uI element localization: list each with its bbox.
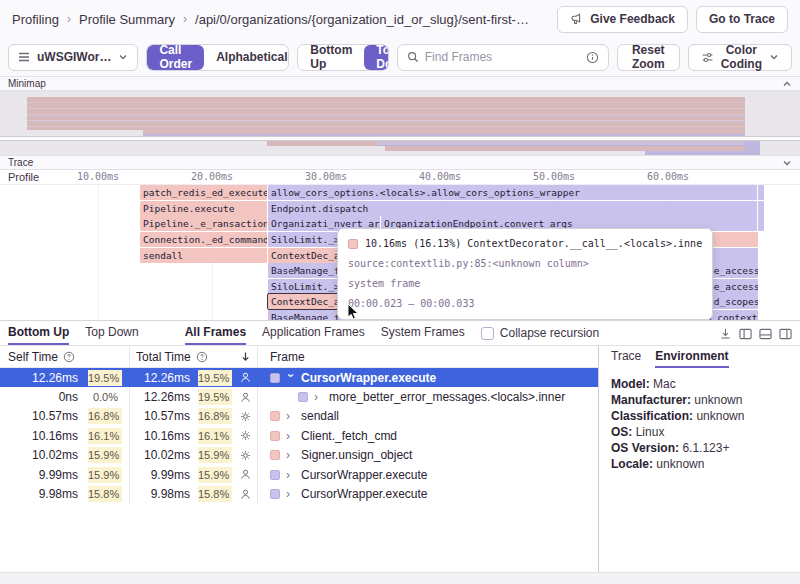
- minimap-line: [27, 121, 745, 122]
- flame-frame[interactable]: [758, 185, 764, 200]
- tooltip-title: 10.16ms (16.13%) ContextDecorator.__call…: [365, 234, 702, 254]
- info-icon: [586, 51, 599, 64]
- search-input[interactable]: [425, 50, 580, 64]
- flame-frame[interactable]: SiloLimit._>.over: [268, 279, 348, 294]
- tab-application-frames[interactable]: Application Frames: [262, 321, 365, 345]
- flame-frame[interactable]: [712, 248, 758, 263]
- tab-environment[interactable]: Environment: [655, 346, 728, 368]
- direction-bottom-up[interactable]: Bottom Up: [298, 45, 364, 70]
- breadcrumb-profile-summary[interactable]: Profile Summary: [79, 12, 175, 27]
- direction-top-down[interactable]: Top Down: [364, 45, 388, 70]
- detail-value: Mac: [653, 377, 676, 391]
- user-icon: [237, 468, 253, 481]
- frame-color-swatch: [298, 392, 308, 402]
- gear-icon: [237, 449, 253, 462]
- chevron-up-icon[interactable]: [782, 79, 792, 89]
- table-row[interactable]: 0ns 0.0% 12.26ms 19.5% › more_better_err…: [0, 387, 598, 406]
- flame-frame[interactable]: [712, 232, 758, 247]
- frame-cell: › more_better_error_messages.<locals>.in…: [258, 390, 598, 404]
- reset-zoom-label: Reset Zoom: [630, 43, 667, 71]
- collapse-recursion-checkbox[interactable]: [481, 327, 494, 340]
- layout-right-icon[interactable]: [779, 328, 792, 340]
- chevron-down-icon[interactable]: [782, 158, 792, 168]
- frame-color-swatch: [270, 373, 280, 383]
- chevron-collapsed-icon[interactable]: ›: [286, 429, 295, 443]
- flame-frame-selected[interactable]: ContextDec_als>.i: [268, 294, 348, 309]
- total-pct-value: 16.8%: [198, 408, 232, 424]
- breadcrumb-separator: ›: [183, 12, 187, 26]
- top-bar: Profiling › Profile Summary › /api/0/org…: [0, 0, 800, 38]
- chevron-collapsed-icon[interactable]: ›: [314, 390, 323, 404]
- give-feedback-label: Give Feedback: [590, 12, 675, 26]
- tooltip-frame-type: system frame: [348, 274, 702, 294]
- find-frames-search: [397, 44, 609, 71]
- tab-top-down[interactable]: Top Down: [85, 321, 138, 345]
- flame-frame[interactable]: allow_cors_options.<locals>.allow_cors_o…: [268, 185, 757, 200]
- bottom-panel: Bottom Up Top Down All Frames Applicatio…: [0, 320, 800, 584]
- sort-alphabetical[interactable]: Alphabetical: [204, 45, 289, 70]
- flame-frame[interactable]: Connection._ed_command: [140, 232, 267, 247]
- column-frame[interactable]: Frame: [258, 350, 305, 364]
- thread-selector[interactable]: uWSGIWor…: [8, 44, 138, 71]
- give-feedback-button[interactable]: Give Feedback: [557, 6, 688, 33]
- table-row[interactable]: 12.26ms 19.5% 12.26ms 19.5% › CursorWrap…: [0, 368, 598, 387]
- flame-frame[interactable]: Pipeline.execute: [140, 201, 267, 216]
- tab-bottom-up[interactable]: Bottom Up: [8, 321, 69, 345]
- detail-value: unknown: [696, 409, 744, 423]
- time-ruler: Profile 10.00ms 20.00ms 30.00ms 40.00ms …: [0, 170, 800, 185]
- bottom-tabbar: Bottom Up Top Down All Frames Applicatio…: [0, 321, 800, 346]
- breadcrumb-profiling[interactable]: Profiling: [12, 12, 59, 27]
- total-pct-value: 19.5%: [198, 370, 232, 386]
- chevron-expanded-icon[interactable]: ›: [284, 373, 298, 382]
- flame-frame[interactable]: [758, 216, 764, 231]
- flame-frame[interactable]: SiloLimit._>.over: [268, 232, 348, 247]
- tab-system-frames[interactable]: System Frames: [381, 321, 465, 345]
- go-to-trace-button[interactable]: Go to Trace: [696, 6, 788, 33]
- chevron-collapsed-icon[interactable]: ›: [286, 409, 295, 423]
- reset-zoom-button[interactable]: Reset Zoom: [617, 44, 680, 71]
- gear-icon: [237, 410, 253, 423]
- go-to-trace-label: Go to Trace: [709, 12, 775, 26]
- flame-frame[interactable]: sendall: [140, 248, 267, 263]
- detail-row: Model: Mac: [611, 376, 788, 392]
- total-time-value: 12.26ms: [130, 390, 190, 404]
- detail-row: OS Version: 6.1.123+: [611, 440, 788, 456]
- table-row[interactable]: 10.57ms 16.8% 10.57ms 16.8% › sendall: [0, 407, 598, 426]
- flamegraph-canvas[interactable]: patch_redis_ed_execute allow_cors_option…: [0, 185, 800, 320]
- panel-layout-controls: [719, 321, 792, 346]
- layout-left-icon[interactable]: [739, 328, 752, 340]
- user-icon: [237, 488, 253, 501]
- download-icon[interactable]: [719, 327, 732, 340]
- tab-all-frames[interactable]: All Frames: [185, 321, 246, 345]
- table-row[interactable]: 10.16ms 16.1% 10.16ms 16.1% › Client._fe…: [0, 426, 598, 445]
- column-total-time[interactable]: Total Time: [130, 346, 258, 367]
- frame-name: more_better_error_messages.<locals>.inne…: [329, 390, 565, 404]
- frame-cell: › sendall: [258, 409, 598, 423]
- layout-bottom-icon[interactable]: [759, 328, 772, 340]
- column-self-time[interactable]: Self Time: [0, 346, 130, 367]
- flame-frame[interactable]: [758, 201, 764, 216]
- minimap-title: Minimap: [8, 78, 46, 89]
- flame-frame[interactable]: ContextDec_als>.i: [268, 248, 348, 263]
- chevron-collapsed-icon[interactable]: ›: [286, 448, 295, 462]
- flame-frame[interactable]: patch_redis_ed_execute: [140, 185, 267, 200]
- chevron-collapsed-icon[interactable]: ›: [286, 468, 295, 482]
- chevron-collapsed-icon[interactable]: ›: [286, 487, 295, 501]
- horizontal-scrollbar-track[interactable]: [0, 572, 800, 584]
- minimap-block: [143, 129, 745, 136]
- minimap-canvas[interactable]: [0, 91, 800, 155]
- sliders-icon: [701, 51, 714, 64]
- sort-desc-icon[interactable]: [240, 351, 251, 362]
- total-time-value: 10.02ms: [130, 448, 190, 462]
- tab-trace[interactable]: Trace: [611, 346, 641, 368]
- table-row[interactable]: 10.02ms 15.9% 10.02ms 15.9% › Signer.uns…: [0, 446, 598, 465]
- trace-header[interactable]: Trace: [0, 155, 800, 170]
- table-row[interactable]: 9.99ms 15.9% 9.99ms 15.9% › CursorWrappe…: [0, 465, 598, 484]
- flame-frame[interactable]: Pipeline._e_ransaction: [140, 216, 267, 231]
- flame-frame[interactable]: BaseManage_from_c: [268, 263, 348, 278]
- color-coding-dropdown[interactable]: Color Coding: [688, 44, 792, 71]
- sort-call-order[interactable]: Call Order: [147, 45, 204, 70]
- flame-frame[interactable]: Endpoint.dispatch: [268, 201, 757, 216]
- table-row[interactable]: 9.98ms 15.8% 9.98ms 15.8% › CursorWrappe…: [0, 484, 598, 503]
- minimap-header[interactable]: Minimap: [0, 76, 800, 91]
